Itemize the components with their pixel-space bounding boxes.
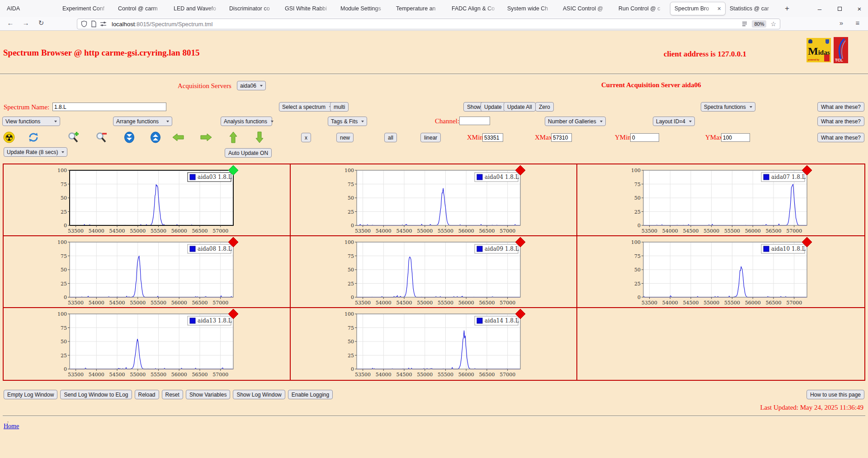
- tab-close-icon[interactable]: ×: [717, 5, 721, 12]
- browser-tab-aida[interactable]: AIDA: [3, 2, 58, 15]
- update-button[interactable]: Update: [481, 102, 505, 112]
- spectrum-chart-aida10[interactable]: 5350054000545005500055500560005650057000…: [629, 240, 811, 308]
- acquisition-server-select[interactable]: aida06: [237, 81, 266, 90]
- spectrum-chart-aida04[interactable]: 5350054000545005500055500560005650057000…: [342, 168, 525, 236]
- number-of-galleries-select[interactable]: Number of Galleries: [545, 117, 606, 126]
- reload-button[interactable]: Reload: [135, 390, 159, 399]
- spectrum-chart-aida09[interactable]: 5350054000545005500055500560005650057000…: [342, 240, 525, 308]
- browser-tab-experiment-conf[interactable]: Experiment Conf: [58, 2, 114, 15]
- all-button[interactable]: all: [384, 133, 397, 142]
- new-tab-button[interactable]: +: [781, 3, 793, 14]
- spectrum-chart-aida14[interactable]: 5350054000545005500055500560005650057000…: [342, 312, 525, 379]
- auto-update-button[interactable]: Auto Update ON: [225, 148, 272, 158]
- svg-text:0: 0: [64, 294, 67, 300]
- browser-tab-asic-control[interactable]: ASIC Control @: [559, 2, 614, 15]
- spectrum-chart-aida07[interactable]: 5350054000545005500055500560005650057000…: [629, 168, 811, 236]
- reload-button[interactable]: ↻: [36, 19, 46, 27]
- empty-log-window-button[interactable]: Empty Log Window: [4, 390, 57, 399]
- zoom-out-icon[interactable]: [95, 131, 108, 144]
- arrow-up-icon[interactable]: [227, 131, 240, 144]
- zoom-level-badge[interactable]: 80%: [752, 20, 766, 28]
- svg-text:54500: 54500: [683, 228, 699, 234]
- spectrum-name-input[interactable]: [52, 103, 166, 111]
- tab-label: Discriminator co: [229, 5, 277, 12]
- refresh-icon[interactable]: [27, 131, 40, 144]
- select-value: Number of Galleries: [548, 118, 596, 125]
- url-text[interactable]: localhost:8015/Spectrum/Spectrum.tml: [112, 21, 738, 28]
- browser-tab-led-and-wavefo[interactable]: LED and Wavefo: [170, 2, 225, 15]
- arrow-down-icon[interactable]: [253, 131, 266, 144]
- double-arrow-up-icon[interactable]: [149, 131, 162, 144]
- browser-tab-temperature-an[interactable]: Temperature an: [392, 2, 448, 15]
- tags-and-fits-select[interactable]: Tags & Fits: [328, 117, 367, 126]
- forward-button[interactable]: →: [21, 19, 31, 27]
- bookmark-star-icon[interactable]: ☆: [770, 20, 776, 28]
- reader-view-icon[interactable]: [741, 21, 748, 28]
- channel-input[interactable]: [459, 117, 490, 125]
- arrow-right-icon[interactable]: [200, 131, 212, 144]
- url-bar[interactable]: localhost:8015/Spectrum/Spectrum.tml 80%…: [77, 19, 780, 29]
- tcl-powered-logo: TCL: [834, 37, 848, 63]
- midas-mini-badge: [824, 55, 830, 61]
- arrow-left-icon[interactable]: [172, 131, 184, 144]
- browser-tab-discriminator-co[interactable]: Discriminator co: [225, 2, 281, 15]
- page-info-icon[interactable]: [90, 20, 97, 28]
- how-to-use-button[interactable]: How to use this page: [807, 390, 864, 399]
- select-a-spectrum-select[interactable]: Select a spectrum: [279, 102, 335, 112]
- permissions-icon[interactable]: [100, 20, 107, 28]
- what-are-these-button-2[interactable]: What are these?: [817, 117, 864, 126]
- new-button[interactable]: new: [336, 133, 354, 142]
- window-maximize-button[interactable]: [835, 7, 844, 11]
- layout-id-select[interactable]: Layout ID=4: [653, 117, 695, 126]
- reset-button[interactable]: Reset: [162, 390, 183, 399]
- browser-tab-run-control-c[interactable]: Run Control @ c: [614, 2, 670, 15]
- spectrum-chart-aida08[interactable]: 5350054000545005500055500560005650057000…: [55, 240, 238, 308]
- multi-button[interactable]: multi: [330, 102, 349, 112]
- chevron-down-icon: [750, 106, 752, 109]
- update-rate-select[interactable]: Update Rate (8 secs): [4, 147, 67, 157]
- url-bar-actions: 80% ☆: [741, 20, 776, 28]
- ymin-input[interactable]: [630, 133, 659, 142]
- what-are-these-button-3[interactable]: What are these?: [817, 133, 864, 142]
- arrange-functions-select[interactable]: Arrange functions: [113, 117, 172, 126]
- enable-logging-button[interactable]: Enable Logging: [288, 390, 333, 399]
- back-button[interactable]: ←: [5, 19, 15, 27]
- browser-tab-system-wide-ch[interactable]: System wide Ch: [503, 2, 559, 15]
- svg-text:55500: 55500: [151, 228, 166, 234]
- analysis-functions-select[interactable]: Analysis functions: [221, 117, 272, 126]
- svg-text:54000: 54000: [375, 372, 391, 378]
- browser-tab-fadc-align-co[interactable]: FADC Align & Co: [448, 2, 503, 15]
- window-close-button[interactable]: ×: [855, 5, 863, 13]
- linear-button[interactable]: linear: [420, 133, 441, 142]
- xmin-input[interactable]: [482, 133, 503, 142]
- x-button[interactable]: x: [301, 133, 311, 142]
- show-variables-button[interactable]: Show Variables: [186, 390, 231, 399]
- zoom-in-icon[interactable]: [67, 131, 80, 144]
- update-all-button[interactable]: Update All: [504, 102, 536, 112]
- browser-tab-statistics-car[interactable]: Statistics @ car: [726, 2, 781, 15]
- tab-label: GSI White Rabbi: [285, 5, 332, 12]
- radiation-icon[interactable]: ☢: [3, 131, 15, 144]
- svg-text:75: 75: [348, 182, 354, 187]
- app-menu-icon[interactable]: ≡: [853, 19, 863, 27]
- ymax-input[interactable]: [721, 133, 750, 142]
- spectrum-chart-aida03[interactable]: 5350054000545005500055500560005650057000…: [55, 168, 238, 236]
- browser-tab-spectrum-bro[interactable]: Spectrum Bro×: [670, 2, 726, 15]
- what-are-these-button-1[interactable]: What are these?: [817, 102, 864, 112]
- view-functions-select[interactable]: View functions: [2, 117, 60, 126]
- zero-button[interactable]: Zero: [535, 102, 554, 112]
- home-link[interactable]: Home: [4, 423, 19, 430]
- browser-tab-gsi-white-rabbi[interactable]: GSI White Rabbi: [281, 2, 336, 15]
- spectrum-chart-aida13[interactable]: 5350054000545005500055500560005650057000…: [55, 312, 238, 379]
- browser-tab-control-carm[interactable]: Control @ carm: [114, 2, 170, 15]
- svg-text:100: 100: [344, 168, 354, 173]
- chevron-down-icon: [361, 121, 364, 124]
- toolbar-overflow-icon[interactable]: »: [836, 19, 846, 27]
- show-log-window-button[interactable]: Show Log Window: [233, 390, 285, 399]
- send-log-window-to-elog-button[interactable]: Send Log Window to ELog: [60, 390, 132, 399]
- double-arrow-down-icon[interactable]: [123, 131, 136, 144]
- browser-tab-module-settings[interactable]: Module Settings: [336, 2, 392, 15]
- xmax-input[interactable]: [551, 133, 572, 142]
- window-minimize-button[interactable]: –: [816, 5, 824, 13]
- spectra-functions-select[interactable]: Spectra functions: [701, 102, 755, 112]
